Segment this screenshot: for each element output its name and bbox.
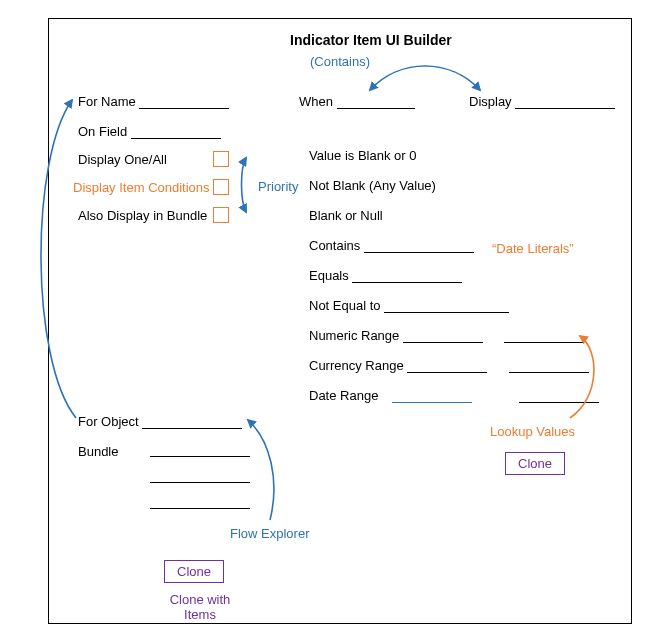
arrows-layer <box>0 0 657 642</box>
arrow-contains <box>370 66 480 90</box>
arrow-flow-explorer <box>248 420 274 520</box>
arrow-lookup-values <box>570 336 594 418</box>
arrow-priority <box>242 158 247 212</box>
arrow-left-large <box>41 100 76 418</box>
canvas: Indicator Item UI Builder (Contains) Whe… <box>0 0 657 642</box>
